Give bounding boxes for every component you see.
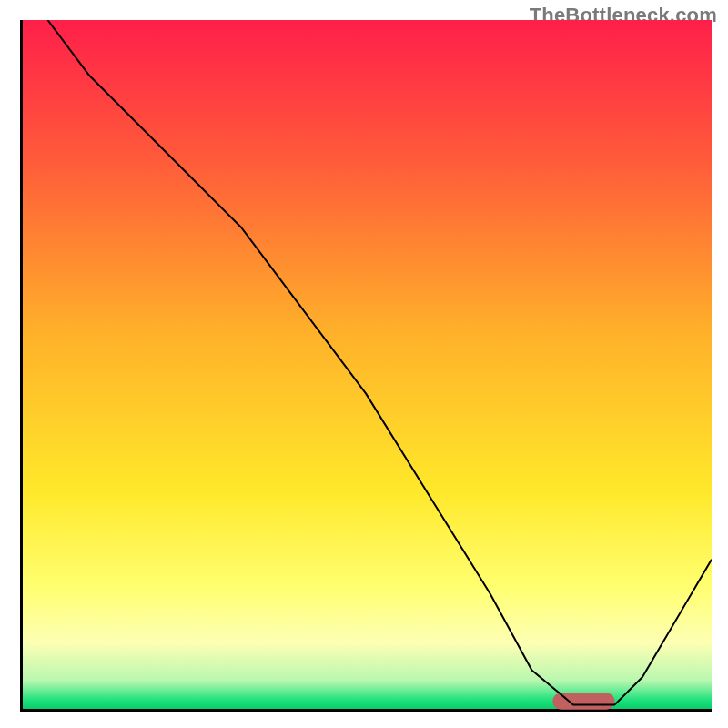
bottleneck-chart <box>20 20 712 712</box>
gradient-background <box>20 20 712 712</box>
chart-stage: TheBottleneck.com <box>0 0 728 728</box>
chart-svg <box>20 20 712 712</box>
